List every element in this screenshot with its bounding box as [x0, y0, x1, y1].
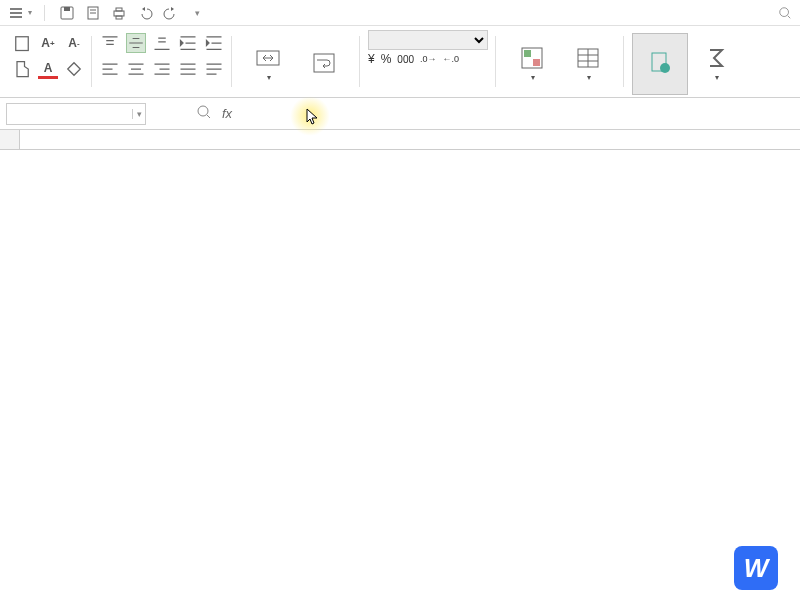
comma-icon[interactable]: 000	[397, 54, 414, 65]
svg-point-15	[660, 63, 670, 73]
svg-point-6	[780, 7, 789, 16]
cond-fmt-icon	[519, 45, 545, 71]
svg-rect-1	[64, 7, 70, 11]
svg-rect-5	[116, 16, 122, 19]
fx-icon[interactable]: fx	[222, 106, 232, 121]
merge-group: ▾	[232, 30, 360, 97]
fill-color-icon[interactable]	[64, 59, 84, 79]
merge-icon	[255, 45, 281, 71]
align-top-icon[interactable]	[100, 33, 120, 53]
hamburger-icon	[10, 8, 22, 18]
save-icon[interactable]	[59, 5, 75, 21]
decrease-decimal-icon[interactable]: ←.0	[443, 54, 460, 64]
align-bottom-icon[interactable]	[152, 33, 172, 53]
redo-icon[interactable]	[163, 5, 179, 21]
column-headers	[0, 130, 800, 150]
svg-rect-12	[533, 59, 540, 66]
name-box[interactable]: ▾	[6, 103, 146, 125]
wrap-icon	[311, 50, 337, 76]
name-box-input[interactable]	[7, 107, 132, 121]
ribbon: A+ A- A ▾	[0, 26, 800, 98]
undo-icon[interactable]	[137, 5, 153, 21]
watermark: W	[734, 546, 786, 590]
increase-font-icon[interactable]: A+	[38, 33, 58, 53]
svg-rect-11	[524, 50, 531, 57]
number-format-select[interactable]	[368, 30, 488, 50]
decrease-font-icon[interactable]: A-	[64, 33, 84, 53]
spreadsheet-grid[interactable]	[0, 130, 800, 600]
justify-icon[interactable]	[178, 59, 198, 79]
table-style-icon	[575, 45, 601, 71]
align-left-icon[interactable]	[100, 59, 120, 79]
font-group: A+ A- A	[4, 30, 92, 97]
sigma-icon	[703, 45, 729, 71]
wps-logo-icon: W	[734, 546, 778, 590]
doc-helper-icon	[647, 50, 673, 76]
helper-group: ▾	[624, 30, 752, 97]
select-all-corner[interactable]	[0, 130, 20, 149]
conditional-format-button[interactable]: ▾	[504, 33, 560, 95]
merge-center-button[interactable]: ▾	[240, 33, 296, 95]
print-icon[interactable]	[111, 5, 127, 21]
font-color-icon[interactable]: A	[38, 59, 58, 79]
sum-button[interactable]: ▾	[688, 33, 744, 95]
svg-point-16	[198, 106, 208, 116]
chevron-down-icon: ▾	[267, 73, 271, 82]
chevron-down-icon: ▾	[28, 8, 32, 17]
menubar: ▾ ▾	[0, 0, 800, 26]
svg-rect-3	[114, 11, 124, 16]
table-style-button[interactable]: ▾	[560, 33, 616, 95]
zoom-icon[interactable]	[196, 104, 212, 123]
file-menu-button[interactable]: ▾	[4, 6, 38, 20]
increase-indent-icon[interactable]	[204, 33, 224, 53]
svg-rect-7	[16, 37, 29, 51]
quick-access-toolbar: ▾	[59, 5, 205, 21]
svg-rect-4	[116, 8, 122, 11]
increase-decimal-icon[interactable]: .0→	[420, 54, 437, 64]
align-middle-icon[interactable]	[126, 33, 146, 53]
format-painter-icon[interactable]	[12, 59, 32, 79]
namebox-dropdown-icon[interactable]: ▾	[132, 109, 145, 119]
align-group	[92, 30, 232, 97]
formula-bar: ▾ fx	[0, 98, 800, 130]
search-area[interactable]	[778, 6, 796, 20]
align-right-icon[interactable]	[152, 59, 172, 79]
search-icon	[778, 6, 792, 20]
currency-icon[interactable]: ¥	[368, 52, 375, 66]
wrap-text-button[interactable]	[296, 33, 352, 95]
number-format-group: ¥ % 000 .0→ ←.0	[360, 30, 496, 97]
paste-icon[interactable]	[12, 33, 32, 53]
styles-group: ▾ ▾	[496, 30, 624, 97]
divider	[44, 5, 45, 21]
percent-icon[interactable]: %	[381, 52, 392, 66]
qat-dropdown-icon[interactable]: ▾	[189, 5, 205, 21]
formula-input[interactable]	[238, 103, 800, 125]
distribute-icon[interactable]	[204, 59, 224, 79]
print-preview-icon[interactable]	[85, 5, 101, 21]
decrease-indent-icon[interactable]	[178, 33, 198, 53]
align-center-icon[interactable]	[126, 59, 146, 79]
svg-rect-9	[314, 54, 334, 72]
doc-helper-button[interactable]	[632, 33, 688, 95]
